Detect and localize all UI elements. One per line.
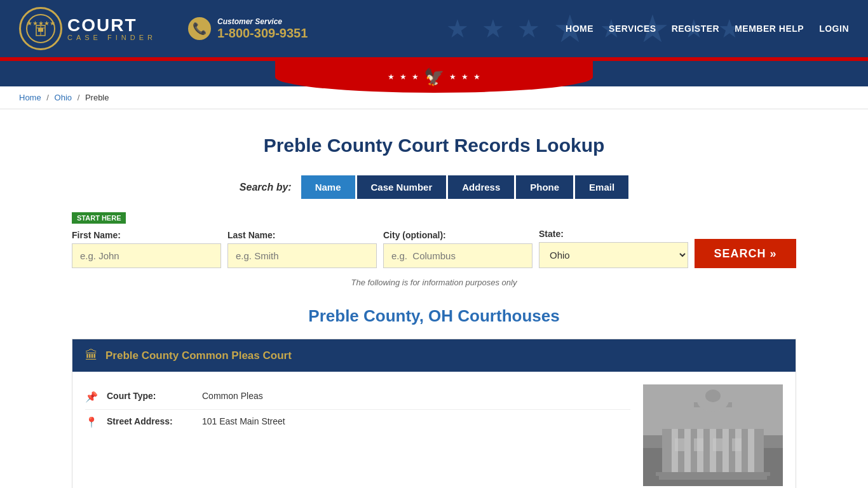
svg-rect-23 [659, 476, 767, 480]
courthouse-icon: 🏛 [85, 348, 98, 363]
svg-rect-17 [748, 426, 754, 473]
star-left-1: ★ [388, 72, 395, 81]
eagle-icon: 🦅 [424, 67, 444, 87]
street-address-value: 101 East Main Street [202, 416, 285, 426]
site-header: ★ ★ ★ ★ ★ ★ ★ ★ ★★★★★ COURT [0, 0, 868, 57]
state-group: State: Ohio Alabama Alaska Arizona Calif… [539, 229, 688, 268]
last-name-label: Last Name: [227, 230, 377, 240]
eagle-banner-inner: ★ ★ ★ 🦅 ★ ★ ★ [275, 61, 593, 93]
logo-title: COURT [67, 17, 156, 34]
svg-point-21 [705, 390, 721, 402]
svg-rect-12 [684, 426, 691, 473]
main-content: Preble County Court Records Lookup Searc… [53, 109, 815, 488]
court-type-value: Common Pleas [202, 391, 263, 401]
courthouse-title-link[interactable]: Preble County Common Pleas Court [105, 349, 292, 362]
tab-address[interactable]: Address [448, 175, 514, 199]
tab-phone[interactable]: Phone [516, 175, 573, 199]
star-right-1: ★ [449, 72, 456, 81]
courthouse-details: 📌 Court Type: Common Pleas 📍 Street Addr… [85, 384, 630, 486]
phone-section: 📞 Customer Service 1-800-309-9351 [188, 17, 308, 41]
eagle-stars: ★ ★ ★ 🦅 ★ ★ ★ [388, 67, 480, 87]
city-label: City (optional): [383, 230, 532, 240]
tab-name[interactable]: Name [301, 175, 355, 199]
svg-rect-22 [656, 472, 770, 476]
city-input[interactable] [383, 243, 532, 268]
state-label: State: [539, 229, 688, 239]
breadcrumb-preble: Preble [85, 93, 109, 102]
court-type-row: 📌 Court Type: Common Pleas [85, 384, 630, 410]
street-address-label: Street Address: [107, 416, 196, 426]
star-right-3: ★ [473, 72, 480, 81]
first-name-input[interactable] [72, 243, 221, 268]
last-name-input[interactable] [227, 243, 377, 268]
phone-number: 1-800-309-9351 [217, 26, 308, 41]
tab-case-number[interactable]: Case Number [357, 175, 447, 199]
phone-icon: 📞 [188, 17, 211, 40]
city-group: City (optional): [383, 230, 532, 268]
info-note: The following is for information purpose… [72, 278, 796, 287]
courthouse-body: 📌 Court Type: Common Pleas 📍 Street Addr… [72, 372, 796, 488]
logo-text: COURT CASE FINDER [67, 17, 156, 41]
phone-text: Customer Service 1-800-309-9351 [217, 17, 308, 41]
address-icon: 📍 [85, 416, 100, 428]
svg-rect-3 [38, 28, 41, 32]
star-left-3: ★ [412, 72, 419, 81]
star-right-2: ★ [461, 72, 468, 81]
nav-register[interactable]: REGISTER [672, 24, 720, 34]
courthouse-svg [643, 384, 783, 486]
search-button[interactable]: SEARCH » [695, 239, 796, 268]
start-here-badge: START HERE [72, 212, 126, 224]
search-by-label: Search by: [240, 182, 292, 193]
nav-login[interactable]: LOGIN [819, 24, 849, 34]
breadcrumb-ohio[interactable]: Ohio [55, 93, 72, 102]
breadcrumb-sep-2: / [78, 93, 80, 102]
phone-label: Customer Service [217, 17, 308, 26]
court-type-icon: 📌 [85, 391, 100, 403]
nav-home[interactable]: HOME [566, 24, 593, 34]
svg-rect-27 [732, 438, 742, 451]
last-name-group: Last Name: [227, 230, 377, 268]
nav-services[interactable]: SERVICES [609, 24, 656, 34]
breadcrumb-home[interactable]: Home [19, 93, 41, 102]
svg-rect-24 [675, 438, 684, 451]
first-name-label: First Name: [72, 230, 221, 240]
svg-rect-15 [722, 426, 729, 473]
eagle-banner: ★ ★ ★ 🦅 ★ ★ ★ [0, 61, 868, 86]
search-tabs-row: Search by: Name Case Number Address Phon… [72, 175, 796, 199]
state-select[interactable]: Ohio Alabama Alaska Arizona California F… [539, 242, 688, 268]
court-type-label: Court Type: [107, 391, 196, 401]
tab-email[interactable]: Email [575, 175, 628, 199]
search-section: Search by: Name Case Number Address Phon… [72, 175, 796, 287]
courthouse-header: 🏛 Preble County Common Pleas Court [72, 339, 796, 372]
courthouses-title: Preble County, OH Courthouses [72, 306, 796, 326]
logo-circle: ★★★★★ [19, 7, 62, 50]
logo-icon: ★★★★★ [25, 13, 57, 44]
star-left-2: ★ [400, 72, 407, 81]
first-name-group: First Name: [72, 230, 221, 268]
main-nav: HOME SERVICES REGISTER MEMBER HELP LOGIN [566, 24, 849, 34]
header-left: ★★★★★ COURT CASE FINDER 📞 Customer Servi… [19, 7, 308, 50]
breadcrumb-sep-1: / [46, 93, 49, 102]
search-form: First Name: Last Name: City (optional): … [72, 229, 796, 268]
svg-rect-4 [41, 28, 43, 32]
svg-rect-26 [713, 438, 722, 451]
svg-rect-25 [694, 438, 703, 451]
nav-member-help[interactable]: MEMBER HELP [735, 24, 804, 34]
courthouse-image-visual [643, 384, 783, 486]
page-title: Preble County Court Records Lookup [72, 135, 796, 156]
courthouse-image [643, 384, 783, 486]
street-address-row: 📍 Street Address: 101 East Main Street [85, 410, 630, 435]
courthouse-card: 🏛 Preble County Common Pleas Court 📌 Cou… [72, 339, 796, 488]
logo-subtitle: CASE FINDER [67, 34, 156, 41]
logo[interactable]: ★★★★★ COURT CASE FINDER [19, 7, 156, 50]
